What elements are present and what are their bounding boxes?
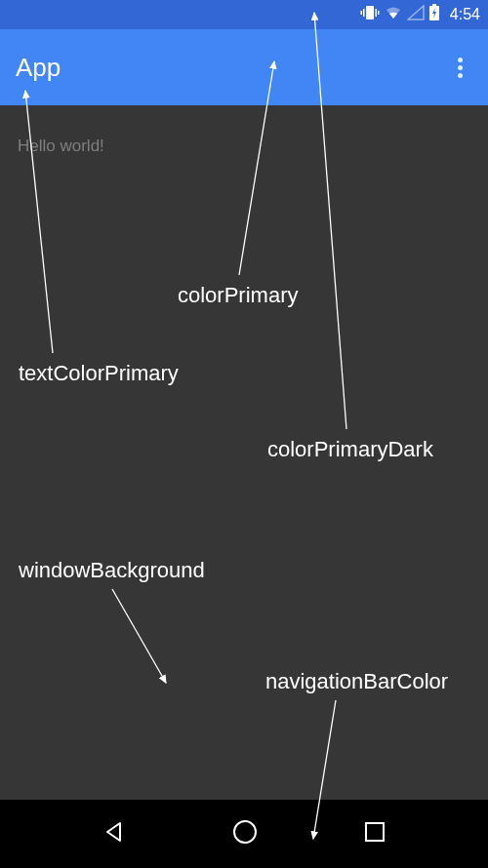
nav-recents-icon[interactable] bbox=[363, 820, 386, 848]
svg-rect-1 bbox=[363, 9, 365, 17]
wifi-icon bbox=[384, 5, 403, 24]
battery-charging-icon bbox=[428, 4, 440, 25]
cell-signal-icon bbox=[407, 5, 425, 24]
nav-back-icon[interactable] bbox=[102, 819, 127, 848]
app-bar: App bbox=[0, 29, 488, 105]
overflow-menu-button[interactable] bbox=[448, 48, 472, 88]
svg-rect-6 bbox=[432, 4, 436, 7]
app-title: App bbox=[16, 53, 61, 83]
svg-point-7 bbox=[234, 821, 256, 843]
vibrate-icon bbox=[360, 4, 380, 25]
svg-rect-2 bbox=[360, 11, 362, 15]
status-time: 4:54 bbox=[450, 6, 480, 23]
svg-rect-3 bbox=[375, 9, 377, 17]
navigation-bar bbox=[0, 800, 488, 868]
content-area: Hello world! bbox=[0, 105, 488, 800]
hello-world-text: Hello world! bbox=[18, 137, 104, 156]
svg-rect-0 bbox=[366, 6, 374, 20]
status-icons: 4:54 bbox=[360, 4, 480, 25]
nav-home-icon[interactable] bbox=[231, 818, 259, 849]
svg-rect-8 bbox=[366, 823, 384, 841]
svg-rect-4 bbox=[378, 11, 380, 15]
status-bar: 4:54 bbox=[0, 0, 488, 29]
